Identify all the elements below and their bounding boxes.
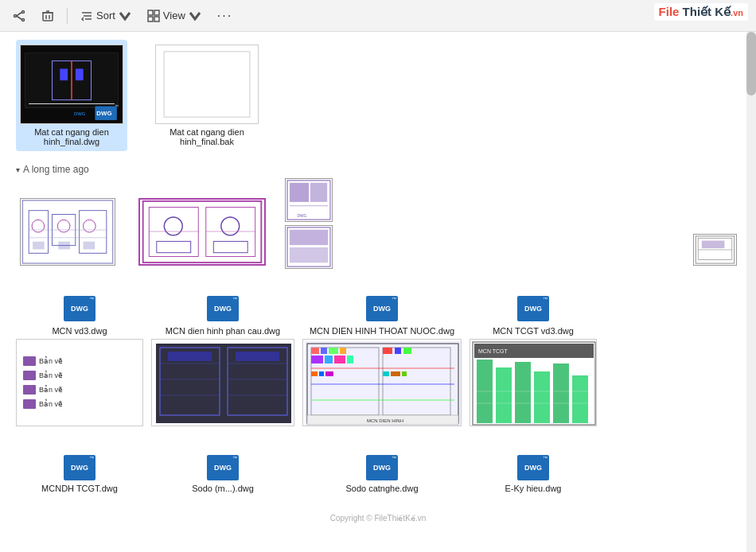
svg-rect-94 (395, 348, 401, 354)
svg-text:DWG: DWG (74, 111, 86, 116)
svg-rect-16 (154, 17, 159, 21)
file-thumbnail (155, 45, 259, 124)
svg-rect-98 (311, 399, 454, 401)
file-thumbnail-mcnvd3[interactable]: Bản vẽ Bản vẽ Bản vẽ Bản vẽ (16, 339, 143, 426)
share-icon (13, 10, 25, 22)
scrollbar-track (746, 32, 756, 552)
content-area: DWG DWG ™ Mat cat ngang dien hinh_final.… (0, 32, 756, 552)
tiny-blueprint-2 (286, 226, 332, 268)
file-item-group[interactable]: DWG (285, 178, 333, 269)
dwg-icon: DWG ™ (64, 296, 95, 321)
svg-rect-41 (58, 242, 70, 250)
logo: File Thiết Kế.vn (654, 3, 748, 21)
svg-rect-15 (148, 17, 153, 21)
svg-rect-97 (311, 383, 454, 385)
file-item[interactable]: DWG ™ Sodo (m...).dwg (151, 450, 294, 498)
sort-label: Sort (96, 10, 115, 21)
file-thumbnail-thoatnuoc[interactable]: MCN DIEN HINH (302, 339, 462, 426)
svg-rect-61 (290, 230, 328, 245)
more-options-label: ··· (217, 9, 232, 23)
file-item[interactable]: DWG ™ MCN TCGT vd3.dwg (470, 293, 597, 336)
view-label: View (163, 10, 185, 21)
file-name: Mat cat ngang dien hinh_final.dwg (21, 127, 123, 146)
dwg-icon: DWG ™ (517, 296, 549, 321)
section-title: A long time ago (23, 164, 89, 175)
delete-button[interactable] (35, 6, 60, 25)
svg-rect-99 (311, 371, 318, 376)
svg-rect-114 (534, 371, 550, 423)
file-item[interactable]: DWG ™ MCNDH TCGT.dwg (16, 450, 143, 498)
svg-rect-96 (311, 367, 454, 369)
scrollbar-thumb[interactable] (746, 32, 756, 95)
svg-rect-5 (43, 13, 53, 21)
file-thumbnail (693, 234, 737, 266)
svg-rect-79 (236, 352, 279, 361)
logo-thiet: Thiết Kế (679, 5, 731, 18)
dwg-icon: DWG ™ (366, 455, 398, 480)
svg-line-3 (17, 12, 22, 16)
file-thumbnail (285, 225, 333, 269)
file-thumbnail: DWG (285, 178, 333, 222)
view-button[interactable]: View (141, 6, 208, 25)
svg-rect-55 (290, 183, 309, 202)
sort-button[interactable]: Sort (74, 6, 138, 25)
file-item[interactable] (285, 225, 333, 269)
file-thumbnail (138, 198, 266, 266)
sort-chevron-icon (119, 10, 131, 22)
svg-rect-90 (325, 356, 333, 363)
svg-rect-95 (403, 348, 411, 354)
dwg-tm: ™ (89, 297, 94, 301)
file-name: Sodo (m...).dwg (192, 484, 254, 493)
file-item[interactable]: DWG ™ MCN DIEN HINH THOAT NUOC.dwg (302, 293, 462, 336)
dwg-icon-area: DWG ™ (207, 293, 239, 325)
file-item[interactable]: DWG ™ E-Ky hieu.dwg (470, 450, 597, 498)
list-item: Bản vẽ (23, 356, 136, 366)
view-chevron-icon (189, 10, 201, 22)
svg-rect-67 (702, 241, 725, 249)
middle-labels-row: DWG ™ MCN vd3.dwg DWG ™ MCN dien hinh ph… (16, 293, 740, 336)
long-ago-section: ▾ A long time ago (16, 159, 740, 269)
svg-rect-102 (383, 371, 389, 376)
blueprint-colored-svg (152, 340, 294, 426)
toolbar: Sort View ··· (0, 0, 756, 32)
svg-rect-100 (319, 371, 324, 376)
dwg-icon: DWG ™ (64, 455, 95, 480)
dwg-icon: DWG ™ (207, 296, 239, 321)
file-name: Mat cat ngang dien hinh_final.bak (156, 127, 258, 146)
more-options-button[interactable]: ··· (211, 6, 239, 26)
file-thumbnail-mcnphan[interactable] (151, 339, 294, 426)
svg-rect-30 (21, 199, 114, 265)
file-name: MCNDH TCGT.dwg (41, 484, 118, 493)
dwg-icon: DWG ™ (517, 455, 549, 480)
svg-text:MCN DIEN HINH: MCN DIEN HINH (367, 418, 403, 423)
logo-vn: .vn (731, 8, 743, 17)
file-item[interactable] (690, 231, 740, 269)
green-blueprint-svg: MCN TCGT (470, 340, 597, 426)
file-item[interactable]: DWG ™ MCN dien hinh phan cau.dwg (151, 293, 294, 336)
svg-rect-91 (334, 356, 345, 363)
file-item[interactable]: DWG DWG ™ Mat cat ngang dien hinh_final.… (16, 40, 127, 151)
file-name: MCN DIEN HINH THOAT NUOC.dwg (310, 326, 454, 336)
svg-point-1 (22, 18, 25, 21)
file-item[interactable]: Mat cat ngang dien hinh_final.bak (151, 40, 263, 151)
svg-rect-115 (553, 363, 569, 423)
svg-rect-40 (33, 242, 45, 250)
list-item: Bản vẽ (23, 385, 136, 395)
file-item[interactable] (16, 195, 119, 269)
svg-rect-88 (340, 348, 346, 354)
svg-point-0 (22, 10, 25, 13)
file-item[interactable] (135, 195, 269, 269)
svg-rect-104 (402, 371, 407, 376)
share-button[interactable] (6, 6, 32, 25)
list-item: Bản vẽ (23, 371, 136, 380)
file-item[interactable]: DWG ™ Sodo catnghe.dwg (302, 450, 462, 498)
svg-rect-89 (311, 356, 323, 363)
file-name: E-Ky hieu.dwg (505, 484, 562, 493)
file-item[interactable]: DWG ™ MCN vd3.dwg (16, 293, 143, 336)
middle-section: DWG ™ MCN vd3.dwg DWG ™ MCN dien hinh ph… (16, 293, 740, 426)
svg-rect-86 (321, 348, 327, 354)
file-thumbnail-tcgt[interactable]: MCN TCGT (470, 339, 597, 426)
file-item[interactable]: DWG (285, 178, 333, 222)
file-icon (23, 371, 36, 380)
long-ago-row: DWG (16, 178, 740, 269)
